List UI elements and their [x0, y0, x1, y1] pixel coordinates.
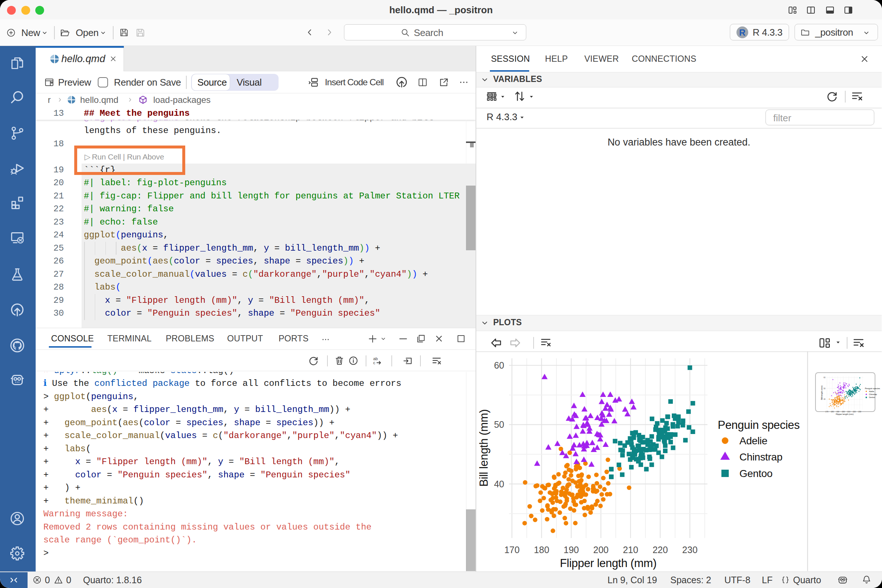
svg-text:c: c — [374, 360, 376, 365]
svg-text:Gentoo: Gentoo — [740, 468, 772, 479]
svg-text:50: 50 — [494, 419, 504, 430]
svg-text:Chinstrap: Chinstrap — [740, 451, 782, 463]
svg-text:190: 190 — [564, 544, 579, 555]
svg-text:ab: ab — [374, 357, 378, 361]
svg-text:Penguin species: Penguin species — [718, 418, 800, 432]
svg-text:40: 40 — [494, 479, 504, 489]
svg-text:Flipper length (mm): Flipper length (mm) — [560, 557, 656, 570]
svg-text:220: 220 — [652, 544, 668, 555]
svg-text:170: 170 — [504, 544, 520, 555]
svg-text:200: 200 — [593, 544, 609, 555]
svg-text:Adelie: Adelie — [740, 435, 767, 447]
svg-text:180: 180 — [534, 544, 549, 555]
svg-text:60: 60 — [494, 360, 504, 370]
svg-text:230: 230 — [682, 544, 698, 555]
svg-text:Bill length (mm): Bill length (mm) — [477, 410, 490, 487]
svg-text:210: 210 — [623, 544, 638, 555]
